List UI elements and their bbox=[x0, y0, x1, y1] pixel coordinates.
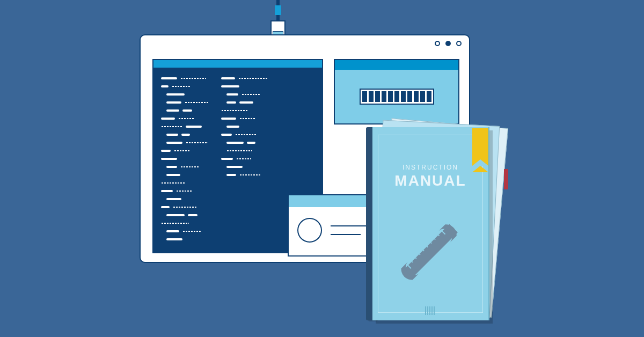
manual-subtitle: INSTRUCTION bbox=[372, 164, 488, 171]
barcode-icon bbox=[425, 306, 436, 315]
window-control-icon[interactable] bbox=[445, 41, 451, 46]
window-control-icon[interactable] bbox=[435, 41, 440, 46]
instruction-manual: INSTRUCTION MANUAL bbox=[358, 121, 503, 325]
bookmark-yellow-icon bbox=[472, 128, 488, 166]
progress-panel bbox=[334, 59, 459, 124]
tools-icon bbox=[393, 213, 468, 288]
manual-cover: INSTRUCTION MANUAL bbox=[372, 127, 489, 320]
svg-rect-11 bbox=[410, 234, 447, 271]
bookmark-red-icon bbox=[504, 169, 508, 189]
window-controls bbox=[435, 41, 462, 46]
text-line bbox=[331, 234, 361, 235]
manual-title: MANUAL bbox=[372, 172, 488, 189]
terminal-titlebar bbox=[153, 60, 322, 68]
progress-titlebar bbox=[335, 60, 458, 70]
progress-bar bbox=[360, 89, 434, 105]
avatar-icon bbox=[297, 218, 322, 243]
window-control-icon[interactable] bbox=[456, 41, 462, 46]
